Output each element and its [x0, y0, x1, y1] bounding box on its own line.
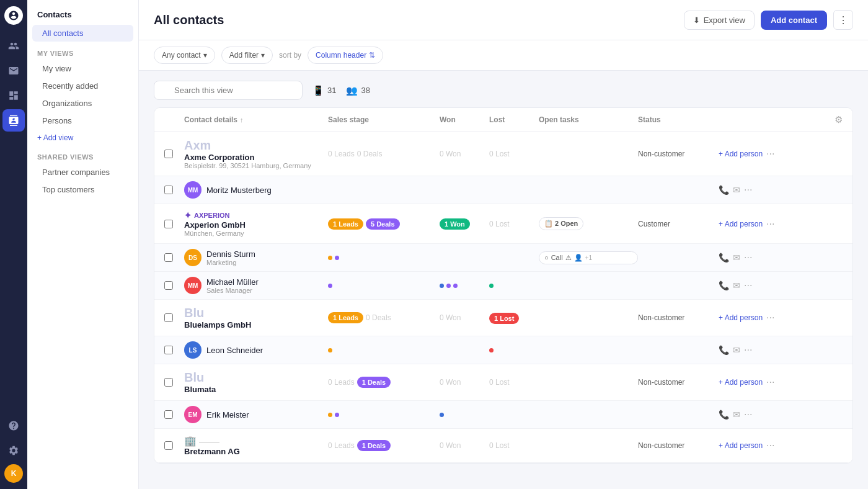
row-checkbox[interactable] [164, 253, 184, 262]
sidebar-nav: K [0, 0, 27, 489]
row-checkbox[interactable] [164, 281, 184, 290]
add-contact-button[interactable]: Add contact [761, 11, 827, 30]
row-actions: 📞 ✉ ··· [719, 252, 818, 263]
row-checkbox[interactable] [164, 441, 184, 450]
export-view-button[interactable]: ⬇ Export view [684, 11, 755, 30]
col-gear[interactable]: ⚙ [818, 114, 843, 125]
person-name[interactable]: Erik Meister [206, 410, 249, 419]
add-person-link[interactable]: + Add person [719, 378, 763, 387]
sales-dots [328, 348, 440, 352]
page-title: All contacts [154, 13, 224, 27]
app-logo[interactable] [4, 6, 23, 25]
row-more-button[interactable]: ··· [766, 312, 774, 323]
company-name[interactable]: Bretzmann AG [184, 447, 328, 456]
nav-icon-people[interactable] [2, 35, 25, 57]
phone-action-icon[interactable]: 📞 [719, 345, 729, 355]
phone-action-icon[interactable]: 📞 [719, 185, 729, 195]
add-view-button[interactable]: + Add view [27, 130, 138, 146]
sales-stage-cell: 0 Leads 1 Deals [328, 440, 440, 451]
nav-icon-dash[interactable] [2, 84, 25, 107]
row-checkbox[interactable] [164, 410, 184, 419]
my-views-header: My views [27, 42, 138, 60]
status-cell: Non-customer [638, 441, 719, 450]
sales-stage-cell: 1 Leads 5 Deals [328, 218, 440, 230]
company-address: Beispielstr. 99, 30521 Hamburg, Germany [184, 162, 328, 169]
table-row: LS Leon Schneider 📞 ✉ ··· [154, 336, 852, 364]
nav-icon-contacts[interactable] [2, 109, 25, 132]
nav-organizations[interactable]: Organizations [32, 95, 133, 112]
col-open-tasks: Open tasks [539, 114, 638, 125]
nav-my-view[interactable]: My view [32, 60, 133, 77]
avatar: MM [184, 181, 202, 199]
nav-persons[interactable]: Persons [32, 112, 133, 129]
contacts-section-title[interactable]: Contacts [27, 10, 138, 24]
phone-action-icon[interactable]: 📞 [719, 410, 729, 419]
add-filter-button[interactable]: Add filter ▾ [221, 47, 273, 64]
row-checkbox[interactable] [164, 186, 184, 194]
row-more-button[interactable]: ··· [766, 440, 774, 451]
col-contact-details[interactable]: Contact details ↑ [184, 114, 328, 125]
email-action-icon[interactable]: ✉ [733, 253, 740, 262]
email-action-icon[interactable]: ✉ [733, 345, 740, 355]
row-more-button[interactable]: ··· [744, 280, 752, 291]
email-action-icon[interactable]: ✉ [733, 280, 740, 290]
row-checkbox[interactable] [164, 346, 184, 354]
row-more-button[interactable]: ··· [744, 409, 752, 420]
nav-partner-companies[interactable]: Partner companies [32, 164, 133, 181]
row-more-button[interactable]: ··· [744, 344, 752, 356]
sales-stage-cell: 0 Leads 0 Deals [328, 150, 440, 158]
any-contact-filter[interactable]: Any contact ▾ [154, 47, 215, 64]
add-person-link[interactable]: + Add person [719, 313, 763, 322]
gear-settings-icon[interactable]: ⚙ [835, 114, 843, 125]
user-avatar[interactable]: K [4, 464, 23, 483]
sort-column-header-button[interactable]: Column header ⇅ [308, 47, 383, 64]
won-cell: 0 Won [440, 378, 489, 387]
nav-all-contacts[interactable]: All contacts [32, 25, 133, 42]
company-info: Blu Bluelamps GmbH [184, 306, 328, 330]
row-checkbox[interactable] [164, 378, 184, 387]
row-checkbox[interactable] [164, 150, 184, 158]
company-abbr: Axm [184, 138, 328, 153]
add-person-link[interactable]: + Add person [719, 441, 763, 450]
nav-icon-settings[interactable] [2, 439, 25, 462]
company-info: ✦AXPERION Axperion GmbH München, Germany [184, 210, 328, 237]
nav-icon-mail[interactable] [2, 60, 25, 82]
nav-icon-help[interactable] [2, 415, 25, 437]
nav-recently-added[interactable]: Recently added [32, 78, 133, 94]
call-task-button[interactable]: ○ Call ⚠ 👤 +1 [539, 251, 638, 264]
company-name[interactable]: Axperion GmbH [184, 220, 328, 230]
person-name[interactable]: Dennis Sturm [206, 249, 255, 259]
company-name[interactable]: Blumata [184, 385, 328, 394]
add-person-link[interactable]: + Add person [719, 150, 763, 158]
row-more-button[interactable]: ··· [766, 377, 774, 388]
nav-top-customers[interactable]: Top customers [32, 181, 133, 198]
sales-stage-cell: 0 Leads 1 Deals [328, 377, 440, 388]
deals-badge: 1 Deals [357, 377, 391, 388]
person-name[interactable]: Michael Müller [206, 277, 259, 287]
company-name[interactable]: Axme Corporation [184, 153, 328, 162]
table-row: 🏢 ——— Bretzmann AG 0 Leads 1 Deals 0 Won… [154, 429, 852, 463]
company-info: Axm Axme Corporation Beispielstr. 99, 30… [184, 138, 328, 169]
email-action-icon[interactable]: ✉ [733, 185, 740, 195]
row-more-button[interactable]: ··· [766, 218, 774, 230]
table-row: EM Erik Meister 📞 ✉ ··· [154, 401, 852, 429]
won-dots [440, 284, 489, 288]
warning-icon: ⚠ [565, 254, 572, 262]
row-checkbox[interactable] [164, 220, 184, 228]
company-name[interactable]: Bluelamps GmbH [184, 320, 328, 330]
phone-action-icon[interactable]: 📞 [719, 280, 729, 290]
row-more-button[interactable]: ··· [744, 184, 752, 195]
row-checkbox[interactable] [164, 313, 184, 322]
more-options-button[interactable]: ⋮ [833, 10, 853, 30]
add-person-link[interactable]: + Add person [719, 220, 763, 228]
email-action-icon[interactable]: ✉ [733, 410, 740, 419]
open-badge: 📋 2 Open [539, 217, 583, 230]
table-row: Blu Bluelamps GmbH 1 Leads 0 Deals 0 Won… [154, 300, 852, 336]
phone-action-icon[interactable]: 📞 [719, 253, 729, 262]
row-more-button[interactable]: ··· [766, 148, 774, 159]
person-name[interactable]: Leon Schneider [206, 346, 263, 355]
row-more-button[interactable]: ··· [744, 252, 752, 263]
person-role: Marketing [206, 259, 255, 266]
lost-cell: 1 Lost [489, 312, 539, 324]
search-input[interactable] [154, 81, 303, 100]
